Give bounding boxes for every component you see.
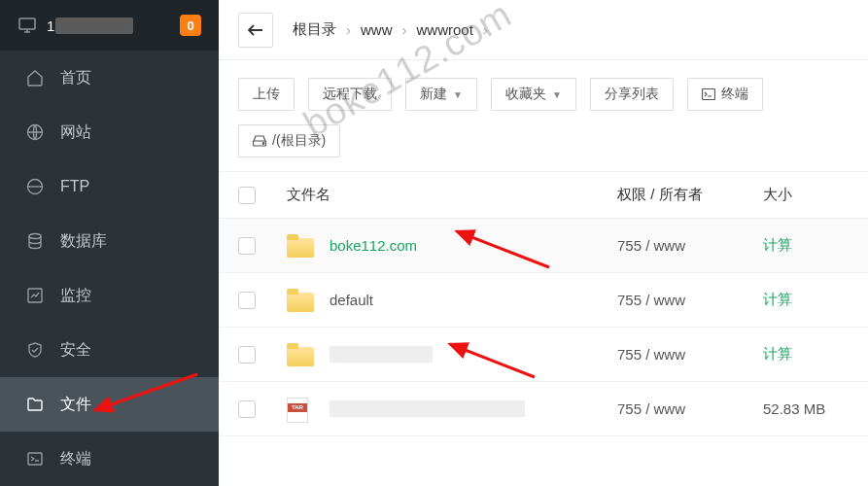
sidebar-item-label: FTP xyxy=(60,178,89,195)
file-size: 计算 xyxy=(763,345,851,364)
svg-rect-0 xyxy=(19,18,35,29)
sidebar-item-ftp[interactable]: FTP xyxy=(0,159,219,214)
table-row[interactable]: ~~~~~~~~~~~~~~~~~~~~~~755 / www52.83 MB xyxy=(219,382,868,436)
file-size: 计算 xyxy=(763,236,851,255)
column-size[interactable]: 大小 xyxy=(763,186,851,204)
shield-icon xyxy=(25,340,45,360)
sidebar-item-label: 安全 xyxy=(60,340,91,361)
file-permission: 755 / www xyxy=(617,400,763,417)
chevron-right-icon: › xyxy=(402,21,407,38)
file-size: 计算 xyxy=(763,291,851,309)
folder-icon xyxy=(287,234,314,258)
file-permission: 755 / www xyxy=(617,346,763,363)
chevron-right-icon: › xyxy=(483,21,488,38)
crumb-root[interactable]: 根目录 xyxy=(289,20,340,39)
svg-point-3 xyxy=(29,234,41,239)
sidebar-item-files[interactable]: 文件 xyxy=(0,377,219,432)
folder-icon xyxy=(287,343,314,366)
table-row[interactable]: w~~~~~~~~~g755 / www计算 xyxy=(219,328,868,382)
row-checkbox[interactable] xyxy=(238,237,256,255)
favorites-button[interactable]: 收藏夹▼ xyxy=(491,78,576,111)
terminal-icon xyxy=(702,88,715,100)
table-row[interactable]: default755 / www计算 xyxy=(219,273,868,328)
crumb-www[interactable]: www xyxy=(357,21,397,38)
sidebar-item-home[interactable]: 首页 xyxy=(0,51,219,105)
file-name: w~~~~~~~~~g xyxy=(330,346,433,363)
notification-badge[interactable]: 0 xyxy=(180,15,201,36)
sidebar-header: 1xxxxxxxx 0 xyxy=(0,0,219,51)
sidebar-item-label: 文件 xyxy=(60,395,91,415)
sidebar-item-label: 首页 xyxy=(60,68,91,88)
disk-root-button[interactable]: /(根目录) xyxy=(238,124,340,157)
sidebar-item-database[interactable]: 数据库 xyxy=(0,214,219,268)
crumb-wwwroot[interactable]: wwwroot xyxy=(413,21,477,38)
file-permission: 755 / www xyxy=(617,237,763,254)
terminal-button[interactable]: 终端 xyxy=(687,78,763,111)
file-name: ~~~~~~~~~~~~~~~~~~~~~~ xyxy=(330,400,525,417)
table-header: 文件名 权限 / 所有者 大小 xyxy=(219,172,868,219)
chart-icon xyxy=(25,286,45,305)
breadcrumb: 根目录 › www › wwwroot › xyxy=(219,0,868,60)
svg-rect-6 xyxy=(702,89,714,100)
terminal-icon xyxy=(25,449,45,469)
sidebar: 1xxxxxxxx 0 首页 网站 FTP 数据库 监控 安全 文件 终端 xyxy=(0,0,219,486)
column-name[interactable]: 文件名 xyxy=(287,186,617,204)
row-checkbox[interactable] xyxy=(238,400,256,418)
row-checkbox[interactable] xyxy=(238,292,256,309)
sidebar-item-label: 终端 xyxy=(60,449,91,469)
globe-icon xyxy=(25,122,45,142)
sidebar-item-label: 网站 xyxy=(60,122,91,143)
sidebar-item-label: 数据库 xyxy=(60,231,107,252)
remote-download-button[interactable]: 远程下载 xyxy=(308,78,392,111)
sidebar-item-label: 监控 xyxy=(60,286,91,306)
home-icon xyxy=(25,68,45,87)
sidebar-item-security[interactable]: 安全 xyxy=(0,323,219,377)
select-all-checkbox[interactable] xyxy=(238,187,256,204)
chevron-right-icon: › xyxy=(346,21,351,38)
sidebar-item-terminal[interactable]: 终端 xyxy=(0,432,219,486)
archive-icon xyxy=(287,398,314,421)
chevron-down-icon: ▼ xyxy=(453,89,463,100)
server-ip: 1xxxxxxxx xyxy=(47,17,133,34)
disk-icon xyxy=(253,135,266,147)
monitor-icon xyxy=(17,16,37,35)
column-permission[interactable]: 权限 / 所有者 xyxy=(617,186,763,204)
sidebar-item-website[interactable]: 网站 xyxy=(0,105,219,159)
main-panel: 根目录 › www › wwwroot › 上传 远程下载 新建▼ 收藏夹▼ 分… xyxy=(219,0,868,486)
share-list-button[interactable]: 分享列表 xyxy=(590,78,674,111)
file-list: boke112.com755 / www计算default755 / www计算… xyxy=(219,219,868,436)
database-icon xyxy=(25,231,45,251)
svg-point-8 xyxy=(262,143,264,145)
ftp-icon xyxy=(25,177,45,196)
folder-icon xyxy=(287,289,314,312)
new-button[interactable]: 新建▼ xyxy=(405,78,477,111)
back-button[interactable] xyxy=(238,13,273,48)
sidebar-item-monitor[interactable]: 监控 xyxy=(0,268,219,323)
folder-icon xyxy=(25,395,45,414)
toolbar: 上传 远程下载 新建▼ 收藏夹▼ 分享列表 终端 /(根目录) xyxy=(219,60,868,172)
file-permission: 755 / www xyxy=(617,292,763,308)
upload-button[interactable]: 上传 xyxy=(238,78,295,111)
file-name: default xyxy=(330,292,373,308)
row-checkbox[interactable] xyxy=(238,346,256,364)
file-size: 52.83 MB xyxy=(763,400,851,417)
table-row[interactable]: boke112.com755 / www计算 xyxy=(219,219,868,273)
chevron-down-icon: ▼ xyxy=(552,89,562,100)
file-name: boke112.com xyxy=(330,237,417,254)
